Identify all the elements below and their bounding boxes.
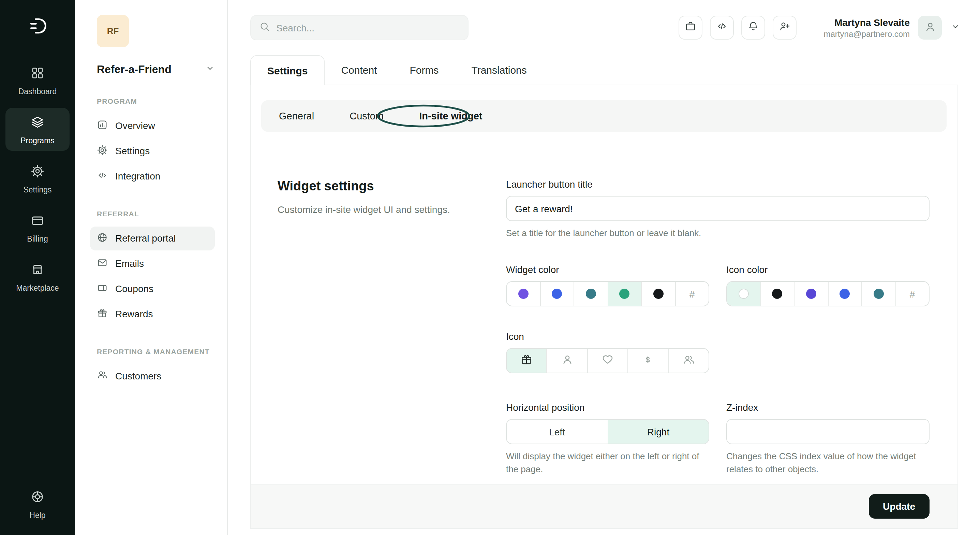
user-menu-caret[interactable] <box>951 21 960 34</box>
z-index-input[interactable] <box>726 419 929 445</box>
icon-color-swatch-purple[interactable] <box>794 282 827 306</box>
tab-content[interactable]: Content <box>325 55 393 85</box>
widget-color-swatch-black[interactable] <box>641 282 675 306</box>
icon-color-swatch-blue[interactable] <box>827 282 861 306</box>
user-name: Martyna Slevaite <box>824 17 910 28</box>
horizontal-position-group: Horizontal position Left Right Will disp… <box>506 402 709 476</box>
code-icon <box>97 170 108 183</box>
credit-card-icon <box>31 214 45 230</box>
position-option-right-selected[interactable]: Right <box>607 420 709 444</box>
widget-settings-section: Widget settings Customize in-site widget… <box>251 132 958 476</box>
horizontal-position-toggle: Left Right <box>506 419 709 445</box>
color-dot <box>873 289 884 299</box>
subtab-custom[interactable]: Custom <box>332 100 401 132</box>
user-avatar[interactable] <box>918 16 942 40</box>
topbar: Martyna Slevaite martyna@partnero.com <box>228 0 980 55</box>
widget-color-swatch-blue[interactable] <box>540 282 574 306</box>
launcher-title-input[interactable] <box>506 196 929 221</box>
widget-color-swatch-green-selected[interactable] <box>607 282 641 306</box>
partnero-logo-icon[interactable] <box>25 14 50 38</box>
sidebar-item-overview[interactable]: Overview <box>90 114 215 138</box>
program-switcher[interactable]: Refer-a-Friend <box>97 64 215 76</box>
color-dot <box>840 289 850 299</box>
horizontal-position-help: Will display the widget either on the le… <box>506 451 709 476</box>
briefcase-button[interactable] <box>679 16 702 40</box>
notifications-button[interactable] <box>741 16 765 40</box>
launcher-title-group: Launcher button title Set a title for th… <box>506 179 929 240</box>
sidebar-item-program-settings[interactable]: Settings <box>90 139 215 163</box>
user-plus-icon <box>779 21 791 35</box>
z-index-group: Z-index Changes the CSS index value of h… <box>726 402 929 476</box>
widget-color-swatch-purple[interactable] <box>507 282 540 306</box>
sidebar-item-label: Integration <box>115 171 160 182</box>
tab-translations[interactable]: Translations <box>455 55 543 85</box>
widget-color-swatch-teal[interactable] <box>574 282 607 306</box>
color-dot <box>772 289 783 299</box>
section-label-program: PROGRAM <box>97 96 215 107</box>
icon-option-users[interactable] <box>668 349 709 373</box>
sidebar-item-billing[interactable]: Billing <box>5 206 70 249</box>
invite-user-button[interactable] <box>773 16 797 40</box>
chart-square-icon <box>97 120 108 133</box>
subtab-in-site-widget[interactable]: In-site widget <box>401 100 500 132</box>
sidebar-item-emails[interactable]: Emails <box>90 251 215 275</box>
tab-bar: Settings Content Forms Translations <box>250 55 958 85</box>
icon-color-label: Icon color <box>726 264 929 275</box>
gear-icon <box>31 164 45 181</box>
icon-color-custom[interactable]: # <box>895 282 929 306</box>
code-button[interactable] <box>710 16 734 40</box>
search-input[interactable] <box>276 22 460 33</box>
sidebar-item-integration[interactable]: Integration <box>90 164 215 188</box>
sidebar-item-settings[interactable]: Settings <box>5 157 70 200</box>
icon-color-swatch-teal[interactable] <box>861 282 895 306</box>
users-icon <box>97 369 108 382</box>
section-description: Customize in-site widget UI and settings… <box>278 203 484 217</box>
color-dot <box>518 289 528 299</box>
icon-color-swatch-black[interactable] <box>760 282 794 306</box>
sidebar-item-label: Customers <box>115 371 161 382</box>
layers-icon <box>31 115 45 132</box>
section-title: Widget settings <box>278 179 506 194</box>
tab-settings[interactable]: Settings <box>250 55 325 85</box>
sidebar-item-label: Coupons <box>115 283 153 294</box>
globe-icon <box>97 232 108 244</box>
sidebar-item-rewards[interactable]: Rewards <box>90 302 215 326</box>
subtab-general[interactable]: General <box>261 100 332 132</box>
program-avatar: RF <box>97 15 129 47</box>
horizontal-position-label: Horizontal position <box>506 402 709 413</box>
gift-icon <box>520 353 533 369</box>
sidebar-item-coupons[interactable]: Coupons <box>90 277 215 300</box>
dollar-icon <box>642 353 654 369</box>
section-label-reporting: REPORTING & MANAGEMENT <box>97 346 215 357</box>
subtab-bar: General Custom In-site widget <box>261 100 947 132</box>
widget-color-label: Widget color <box>506 264 709 275</box>
position-option-left[interactable]: Left <box>507 420 607 444</box>
update-button[interactable]: Update <box>869 494 929 519</box>
chevron-down-icon <box>951 21 960 34</box>
icon-option-heart[interactable] <box>587 349 628 373</box>
program-sidebar: RF Refer-a-Friend PROGRAM Overview Setti… <box>75 0 228 535</box>
sidebar-item-referral-portal[interactable]: Referral portal <box>90 226 215 250</box>
launcher-title-help: Set a title for the launcher button or l… <box>506 227 929 240</box>
color-dot <box>653 289 663 299</box>
widget-settings-form: Launcher button title Set a title for th… <box>506 179 929 476</box>
icon-color-swatch-white-selected[interactable] <box>727 282 760 306</box>
icon-option-user[interactable] <box>547 349 587 373</box>
icon-option-gift-selected[interactable] <box>507 349 547 373</box>
user-menu[interactable]: Martyna Slevaite martyna@partnero.com <box>824 17 910 38</box>
sidebar-item-dashboard[interactable]: Dashboard <box>5 59 70 102</box>
sidebar-item-help[interactable]: Help <box>5 482 70 525</box>
app-nav: Dashboard Programs Settings Billing Mark… <box>0 59 75 298</box>
app-root: Dashboard Programs Settings Billing Mark… <box>0 0 980 535</box>
sidebar-item-label: Rewards <box>115 308 153 319</box>
widget-color-custom[interactable]: # <box>675 282 709 306</box>
tab-forms[interactable]: Forms <box>393 55 455 85</box>
icon-option-dollar[interactable] <box>627 349 668 373</box>
sidebar-item-customers[interactable]: Customers <box>90 364 215 388</box>
sidebar-item-programs[interactable]: Programs <box>5 108 70 151</box>
sidebar-item-marketplace[interactable]: Marketplace <box>5 255 70 298</box>
search-box[interactable] <box>250 15 469 40</box>
color-dot <box>806 289 816 299</box>
bell-icon <box>748 21 759 35</box>
sidebar-item-label: Dashboard <box>18 87 57 96</box>
